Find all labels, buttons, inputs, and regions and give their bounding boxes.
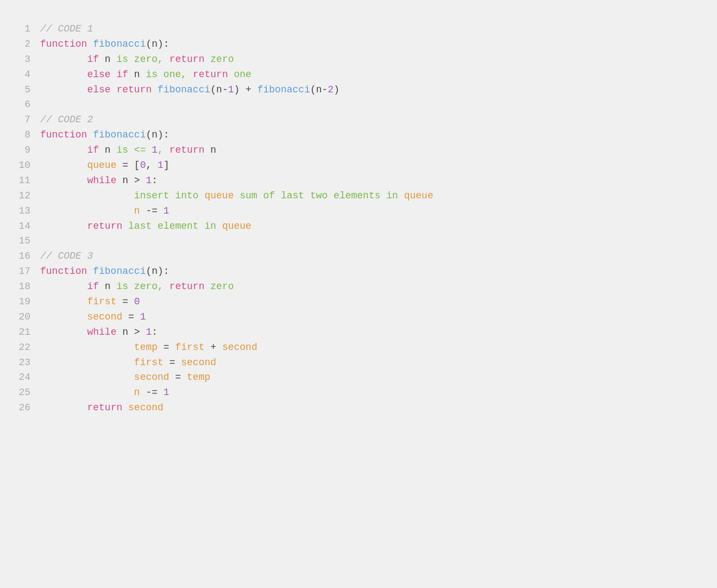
line-content-7: // CODE 2	[40, 112, 93, 128]
line-content-9: if n is <= 1, return n	[40, 143, 216, 158]
line-11: 11 while n > 1:	[11, 173, 706, 189]
line-num-5: 5	[11, 83, 30, 98]
line-21: 21 while n > 1:	[11, 325, 706, 340]
line-12: 12 insert into queue sum of last two ele…	[11, 189, 706, 204]
line-content-4: else if n is one, return one	[40, 67, 251, 83]
line-22: 22 temp = first + second	[11, 340, 706, 355]
line-content-19: first = 0	[40, 295, 140, 310]
line-content-18: if n is zero, return zero	[40, 279, 234, 295]
line-19: 19 first = 0	[11, 295, 706, 310]
line-23: 23 first = second	[11, 355, 706, 371]
line-content-22: temp = first + second	[40, 340, 257, 355]
line-num-10: 10	[11, 158, 30, 173]
line-6: 6	[11, 97, 706, 112]
line-16: 16 // CODE 3	[11, 249, 706, 264]
line-3: 3 if n is zero, return zero	[11, 52, 706, 67]
line-content-8: function fibonacci(n):	[40, 128, 169, 143]
line-content-3: if n is zero, return zero	[40, 52, 234, 67]
line-content-14: return last element in queue	[40, 219, 251, 234]
line-num-15: 15	[11, 234, 30, 249]
line-content-20: second = 1	[40, 310, 146, 325]
line-content-26: return second	[40, 401, 163, 416]
line-num-26: 26	[11, 401, 30, 416]
line-num-25: 25	[11, 385, 30, 401]
line-content-2: function fibonacci(n):	[40, 37, 169, 52]
line-content-16: // CODE 3	[40, 249, 93, 264]
line-24: 24 second = temp	[11, 370, 706, 385]
line-14: 14 return last element in queue	[11, 219, 706, 234]
line-content-11: while n > 1:	[40, 173, 158, 189]
line-num-21: 21	[11, 325, 30, 340]
line-content-23: first = second	[40, 355, 216, 371]
line-num-24: 24	[11, 370, 30, 385]
line-content-24: second = temp	[40, 370, 210, 385]
line-num-11: 11	[11, 173, 30, 189]
line-content-1: // CODE 1	[40, 22, 93, 37]
line-content-12: insert into queue sum of last two elemen…	[40, 189, 433, 204]
line-num-18: 18	[11, 279, 30, 295]
line-num-16: 16	[11, 249, 30, 264]
line-content-15	[40, 234, 46, 249]
line-4: 4 else if n is one, return one	[11, 67, 706, 83]
line-num-22: 22	[11, 340, 30, 355]
line-num-13: 13	[11, 204, 30, 219]
line-content-10: queue = [0, 1]	[40, 158, 169, 173]
line-26: 26 return second	[11, 401, 706, 416]
line-15: 15	[11, 234, 706, 249]
line-content-17: function fibonacci(n):	[40, 264, 169, 279]
line-18: 18 if n is zero, return zero	[11, 279, 706, 295]
line-10: 10 queue = [0, 1]	[11, 158, 706, 173]
line-20: 20 second = 1	[11, 310, 706, 325]
line-num-1: 1	[11, 22, 30, 37]
line-num-3: 3	[11, 52, 30, 67]
line-8: 8 function fibonacci(n):	[11, 128, 706, 143]
line-num-12: 12	[11, 189, 30, 204]
line-content-5: else return fibonacci(n-1) + fibonacci(n…	[40, 83, 339, 98]
line-num-23: 23	[11, 355, 30, 371]
line-17: 17 function fibonacci(n):	[11, 264, 706, 279]
line-num-4: 4	[11, 67, 30, 83]
line-num-19: 19	[11, 295, 30, 310]
line-num-14: 14	[11, 219, 30, 234]
line-content-21: while n > 1:	[40, 325, 158, 340]
line-num-7: 7	[11, 112, 30, 128]
line-9: 9 if n is <= 1, return n	[11, 143, 706, 158]
line-2: 2 function fibonacci(n):	[11, 37, 706, 52]
line-num-8: 8	[11, 128, 30, 143]
line-num-2: 2	[11, 37, 30, 52]
line-25: 25 n -= 1	[11, 385, 706, 401]
line-content-13: n -= 1	[40, 204, 169, 219]
line-1: 1 // CODE 1	[11, 22, 706, 37]
code-editor: 1 // CODE 1 2 function fibonacci(n): 3 i…	[11, 16, 706, 421]
line-num-17: 17	[11, 264, 30, 279]
line-num-6: 6	[11, 97, 30, 112]
line-num-9: 9	[11, 143, 30, 158]
line-5: 5 else return fibonacci(n-1) + fibonacci…	[11, 83, 706, 98]
line-13: 13 n -= 1	[11, 204, 706, 219]
line-content-6	[40, 97, 46, 112]
line-7: 7 // CODE 2	[11, 112, 706, 128]
line-content-25: n -= 1	[40, 385, 169, 401]
line-num-20: 20	[11, 310, 30, 325]
